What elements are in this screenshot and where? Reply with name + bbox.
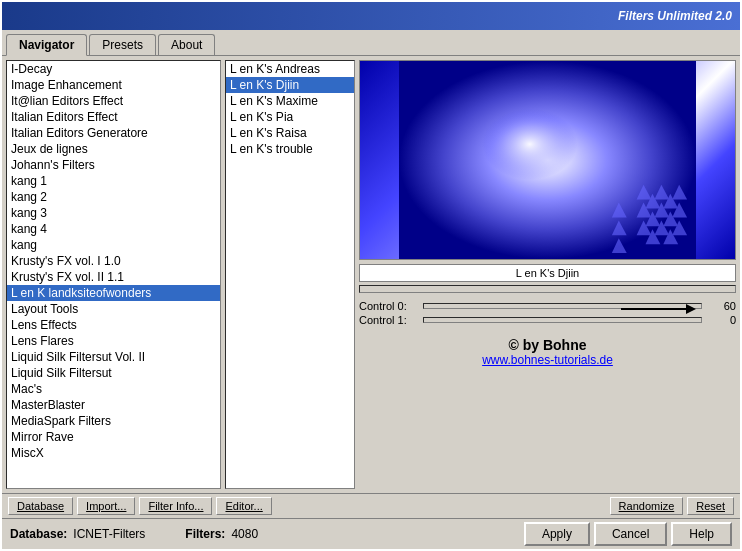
preview-area [359,60,736,260]
left-list-item[interactable]: kang 2 [7,189,220,205]
bottom-toolbar: Database Import... Filter Info... Editor… [2,493,740,518]
database-value: ICNET-Filters [73,527,145,541]
cancel-button[interactable]: Cancel [594,522,667,546]
right-panel: L en K's Djiin Control 0: 60 Control 1: … [359,60,736,489]
left-list-item[interactable]: kang [7,237,220,253]
control-row-0: Control 0: 60 [359,299,736,313]
filters-status: Filters: 4080 [185,527,258,541]
credit-line1: © by Bohne [363,337,732,353]
app-title: Filters Unlimited 2.0 [618,9,732,23]
filters-value: 4080 [231,527,258,541]
preview-image [360,61,735,259]
editor-button[interactable]: Editor... [216,497,271,515]
control-row-1: Control 1: 0 [359,313,736,327]
left-list-item[interactable]: kang 3 [7,205,220,221]
control-0-value: 60 [706,300,736,312]
database-label: Database: [10,527,67,541]
left-list-item[interactable]: Mac's [7,381,220,397]
left-list-panel: I-DecayImage EnhancementIt@lian Editors … [6,60,221,489]
right-list-item[interactable]: L en K's trouble [226,141,354,157]
tabs-bar: Navigator Presets About [2,30,740,56]
import-button[interactable]: Import... [77,497,135,515]
left-list-item[interactable]: kang 1 [7,173,220,189]
filter-list[interactable]: L en K's AndreasL en K's DjiinL en K's M… [225,60,355,489]
left-list-item[interactable]: MiscX [7,445,220,461]
filter-info-button[interactable]: Filter Info... [139,497,212,515]
right-list-item[interactable]: L en K's Raisa [226,125,354,141]
help-button[interactable]: Help [671,522,732,546]
left-list-item[interactable]: kang 4 [7,221,220,237]
left-list-item[interactable]: Lens Flares [7,333,220,349]
left-list-item[interactable]: Jeux de lignes [7,141,220,157]
left-list-item[interactable]: Krusty's FX vol. I 1.0 [7,253,220,269]
left-list-item[interactable]: Liquid Silk Filtersut [7,365,220,381]
control-1-value: 0 [706,314,736,326]
svg-point-1 [458,91,616,210]
left-list-item[interactable]: Lens Effects [7,317,220,333]
left-list-item[interactable]: Mirror Rave [7,429,220,445]
control-0-label: Control 0: [359,300,419,312]
right-list-item[interactable]: L en K's Andreas [226,61,354,77]
control-0-slider[interactable] [423,303,702,309]
control-1-slider[interactable] [423,317,702,323]
credit-line2: www.bohnes-tutorials.de [363,353,732,367]
randomize-button[interactable]: Randomize [610,497,684,515]
control-1-label: Control 1: [359,314,419,326]
left-list-item[interactable]: Image Enhancement [7,77,220,93]
content-area: Navigator Presets About I-DecayImage Enh… [2,30,740,549]
status-bar: Database: ICNET-Filters Filters: 4080 Ap… [2,518,740,549]
apply-button[interactable]: Apply [524,522,590,546]
left-list-item[interactable]: Italian Editors Generatore [7,125,220,141]
left-list-item[interactable]: Krusty's FX vol. II 1.1 [7,269,220,285]
controls-area: Control 0: 60 Control 1: 0 [359,297,736,329]
left-list-item[interactable]: L en K landksiteofwonders [7,285,220,301]
left-list-item[interactable]: It@lian Editors Effect [7,93,220,109]
tab-presets[interactable]: Presets [89,34,156,55]
left-list-item[interactable]: MediaSpark Filters [7,413,220,429]
left-list-item[interactable]: I-Decay [7,61,220,77]
right-list-item[interactable]: L en K's Maxime [226,93,354,109]
right-list-item[interactable]: L en K's Pia [226,109,354,125]
title-bar: Filters Unlimited 2.0 [2,2,740,30]
filters-label: Filters: [185,527,225,541]
tab-about[interactable]: About [158,34,215,55]
left-list-item[interactable]: Italian Editors Effect [7,109,220,125]
middle-list-panel: L en K's AndreasL en K's DjiinL en K's M… [225,60,355,489]
reset-button[interactable]: Reset [687,497,734,515]
filter-info: L en K's Djiin [359,264,736,293]
tab-navigator[interactable]: Navigator [6,34,87,56]
left-list-item[interactable]: MasterBlaster [7,397,220,413]
database-status: Database: ICNET-Filters [10,527,145,541]
action-buttons: Apply Cancel Help [524,522,732,546]
filter-name-display: L en K's Djiin [359,264,736,282]
credit-area: © by Bohne www.bohnes-tutorials.de [359,333,736,371]
main-window: Filters Unlimited 2.0 Navigator Presets … [0,0,742,551]
progress-bar [359,285,736,293]
left-list-item[interactable]: Layout Tools [7,301,220,317]
category-list[interactable]: I-DecayImage EnhancementIt@lian Editors … [6,60,221,489]
database-button[interactable]: Database [8,497,73,515]
right-list-item[interactable]: L en K's Djiin [226,77,354,93]
left-list-item[interactable]: Liquid Silk Filtersut Vol. II [7,349,220,365]
left-list-item[interactable]: Johann's Filters [7,157,220,173]
